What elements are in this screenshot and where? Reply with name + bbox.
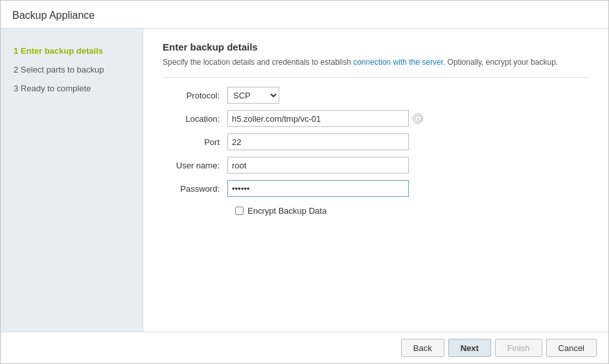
username-control <box>227 157 409 174</box>
encrypt-row: Encrypt Backup Data <box>235 206 589 216</box>
sidebar-item-step3[interactable]: 3 Ready to complete <box>11 79 132 98</box>
password-control <box>227 180 409 197</box>
finish-button[interactable]: Finish <box>495 339 542 357</box>
backup-appliance-dialog: Backup Appliance 1 Enter backup details … <box>0 0 609 364</box>
location-label: Location: <box>163 114 227 124</box>
description-link[interactable]: connection with the server <box>353 58 443 67</box>
password-row: Password: <box>163 180 589 197</box>
sidebar-item-step2[interactable]: 2 Select parts to backup <box>11 60 132 79</box>
next-button[interactable]: Next <box>448 339 491 357</box>
cancel-button[interactable]: Cancel <box>546 339 597 357</box>
port-control <box>227 133 409 150</box>
username-row: User name: <box>163 157 589 174</box>
encrypt-label[interactable]: Encrypt Backup Data <box>247 206 327 216</box>
main-content: Enter backup details Specify the locatio… <box>143 28 608 332</box>
dialog-body: 1 Enter backup details 2 Select parts to… <box>1 28 608 332</box>
protocol-control: SCP SFTP FTP <box>227 87 279 104</box>
protocol-row: Protocol: SCP SFTP FTP <box>163 87 589 104</box>
port-label: Port <box>163 137 227 147</box>
username-input[interactable] <box>227 157 409 174</box>
info-icon[interactable]: ⓘ <box>413 113 423 124</box>
location-control: ⓘ <box>227 110 423 127</box>
dialog-title: Backup Appliance <box>12 10 597 21</box>
protocol-select[interactable]: SCP SFTP FTP <box>227 87 279 104</box>
dialog-footer: Back Next Finish Cancel <box>1 332 608 363</box>
backup-form: Protocol: SCP SFTP FTP Location: ⓘ <box>163 87 589 216</box>
password-label: Password: <box>163 184 227 194</box>
sidebar: 1 Enter backup details 2 Select parts to… <box>1 28 143 332</box>
password-input[interactable] <box>227 180 409 197</box>
encrypt-checkbox[interactable] <box>235 207 244 215</box>
port-input[interactable] <box>227 133 409 150</box>
location-row: Location: ⓘ <box>163 110 589 127</box>
location-input[interactable] <box>227 110 409 127</box>
section-description: Specify the location details and credent… <box>163 56 589 78</box>
description-end: . Optionally, encrypt your backup. <box>443 58 558 67</box>
username-label: User name: <box>163 161 227 170</box>
section-title: Enter backup details <box>163 41 589 52</box>
sidebar-item-step1[interactable]: 1 Enter backup details <box>11 41 132 60</box>
description-static: Specify the location details and credent… <box>163 58 353 67</box>
dialog-header: Backup Appliance <box>1 1 608 28</box>
back-button[interactable]: Back <box>401 339 444 357</box>
port-row: Port <box>163 133 589 150</box>
protocol-label: Protocol: <box>163 91 227 100</box>
